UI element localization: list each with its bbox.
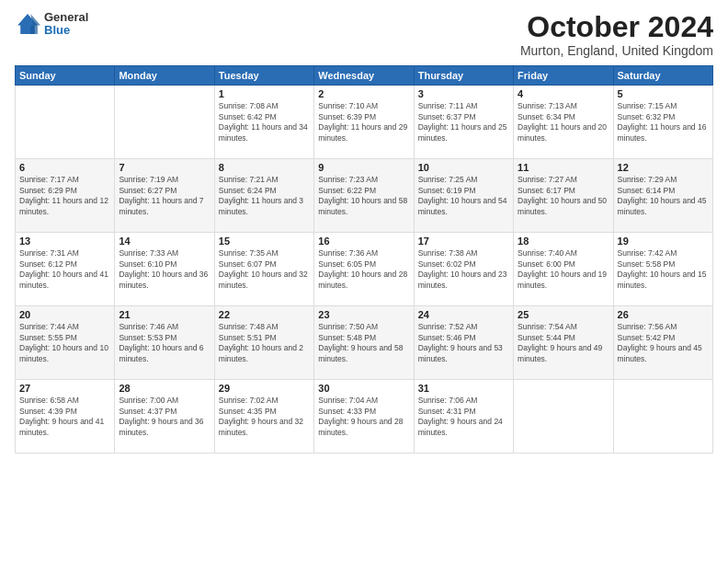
header-wednesday: Wednesday	[314, 66, 414, 86]
day-detail: Sunrise: 7:50 AMSunset: 5:48 PMDaylight:…	[318, 322, 403, 362]
day-number: 5	[618, 88, 709, 99]
day-number: 8	[219, 162, 310, 173]
calendar-cell	[115, 86, 214, 159]
day-header-row: Sunday Monday Tuesday Wednesday Thursday…	[16, 66, 713, 86]
calendar-week-row: 27 Sunrise: 6:58 AMSunset: 4:39 PMDaylig…	[16, 380, 713, 454]
calendar-cell: 19 Sunrise: 7:42 AMSunset: 5:58 PMDaylig…	[613, 233, 712, 306]
day-detail: Sunrise: 7:13 AMSunset: 6:34 PMDaylight:…	[518, 101, 607, 142]
day-detail: Sunrise: 7:21 AMSunset: 6:24 PMDaylight:…	[219, 175, 303, 215]
day-number: 24	[418, 309, 509, 320]
calendar-cell: 5 Sunrise: 7:15 AMSunset: 6:32 PMDayligh…	[613, 86, 712, 159]
day-detail: Sunrise: 7:42 AMSunset: 5:58 PMDaylight:…	[618, 248, 707, 289]
calendar-cell: 26 Sunrise: 7:56 AMSunset: 5:42 PMDaylig…	[613, 306, 712, 380]
calendar-cell: 3 Sunrise: 7:11 AMSunset: 6:37 PMDayligh…	[414, 86, 513, 159]
header-thursday: Thursday	[414, 66, 513, 86]
day-number: 6	[19, 162, 110, 173]
location: Murton, England, United Kingdom	[520, 43, 713, 58]
day-number: 12	[618, 162, 709, 173]
day-number: 3	[418, 88, 509, 99]
day-detail: Sunrise: 7:11 AMSunset: 6:37 PMDaylight:…	[418, 101, 507, 142]
day-detail: Sunrise: 7:31 AMSunset: 6:12 PMDaylight:…	[19, 248, 108, 289]
calendar-cell: 23 Sunrise: 7:50 AMSunset: 5:48 PMDaylig…	[314, 306, 414, 380]
calendar-body: 1 Sunrise: 7:08 AMSunset: 6:42 PMDayligh…	[16, 86, 713, 454]
logo-general-label: General	[44, 11, 88, 24]
day-detail: Sunrise: 7:15 AMSunset: 6:32 PMDaylight:…	[618, 101, 707, 142]
header-saturday: Saturday	[613, 66, 712, 86]
calendar-cell: 28 Sunrise: 7:00 AMSunset: 4:37 PMDaylig…	[115, 380, 214, 454]
calendar-cell: 11 Sunrise: 7:27 AMSunset: 6:17 PMDaylig…	[514, 159, 613, 233]
calendar-cell: 30 Sunrise: 7:04 AMSunset: 4:33 PMDaylig…	[314, 380, 414, 454]
month-title: October 2024	[520, 11, 713, 43]
logo-blue-label: Blue	[44, 24, 88, 37]
day-detail: Sunrise: 6:58 AMSunset: 4:39 PMDaylight:…	[19, 396, 104, 436]
header-friday: Friday	[514, 66, 613, 86]
day-detail: Sunrise: 7:29 AMSunset: 6:14 PMDaylight:…	[618, 175, 707, 215]
calendar-cell: 14 Sunrise: 7:33 AMSunset: 6:10 PMDaylig…	[115, 233, 214, 306]
day-number: 7	[119, 162, 210, 173]
calendar-cell: 15 Sunrise: 7:35 AMSunset: 6:07 PMDaylig…	[214, 233, 313, 306]
calendar-cell: 10 Sunrise: 7:25 AMSunset: 6:19 PMDaylig…	[414, 159, 513, 233]
day-detail: Sunrise: 7:48 AMSunset: 5:51 PMDaylight:…	[219, 322, 303, 362]
day-number: 16	[318, 236, 409, 247]
calendar-cell: 31 Sunrise: 7:06 AMSunset: 4:31 PMDaylig…	[414, 380, 513, 454]
calendar-cell: 27 Sunrise: 6:58 AMSunset: 4:39 PMDaylig…	[16, 380, 115, 454]
day-number: 27	[19, 383, 110, 394]
day-number: 20	[19, 309, 110, 320]
calendar-cell: 17 Sunrise: 7:38 AMSunset: 6:02 PMDaylig…	[414, 233, 513, 306]
calendar-cell	[613, 380, 712, 454]
day-detail: Sunrise: 7:54 AMSunset: 5:44 PMDaylight:…	[518, 322, 602, 362]
day-detail: Sunrise: 7:02 AMSunset: 4:35 PMDaylight:…	[219, 396, 303, 436]
calendar-cell: 12 Sunrise: 7:29 AMSunset: 6:14 PMDaylig…	[613, 159, 712, 233]
day-detail: Sunrise: 7:46 AMSunset: 5:53 PMDaylight:…	[119, 322, 203, 362]
calendar-cell: 16 Sunrise: 7:36 AMSunset: 6:05 PMDaylig…	[314, 233, 414, 306]
day-number: 9	[318, 162, 409, 173]
page: General Blue October 2024 Murton, Englan…	[0, 0, 728, 563]
day-number: 11	[518, 162, 609, 173]
day-detail: Sunrise: 7:56 AMSunset: 5:42 PMDaylight:…	[618, 322, 702, 362]
day-detail: Sunrise: 7:33 AMSunset: 6:10 PMDaylight:…	[119, 248, 208, 289]
calendar-table: Sunday Monday Tuesday Wednesday Thursday…	[15, 65, 713, 454]
day-number: 28	[119, 383, 210, 394]
calendar-cell: 18 Sunrise: 7:40 AMSunset: 6:00 PMDaylig…	[514, 233, 613, 306]
calendar-week-row: 13 Sunrise: 7:31 AMSunset: 6:12 PMDaylig…	[16, 233, 713, 306]
calendar-cell: 29 Sunrise: 7:02 AMSunset: 4:35 PMDaylig…	[214, 380, 313, 454]
header-tuesday: Tuesday	[214, 66, 313, 86]
title-area: October 2024 Murton, England, United Kin…	[520, 11, 713, 58]
day-detail: Sunrise: 7:36 AMSunset: 6:05 PMDaylight:…	[318, 248, 407, 289]
calendar-cell: 24 Sunrise: 7:52 AMSunset: 5:46 PMDaylig…	[414, 306, 513, 380]
day-number: 21	[119, 309, 210, 320]
day-detail: Sunrise: 7:04 AMSunset: 4:33 PMDaylight:…	[318, 396, 403, 436]
day-number: 26	[618, 309, 709, 320]
calendar-cell: 2 Sunrise: 7:10 AMSunset: 6:39 PMDayligh…	[314, 86, 414, 159]
day-number: 30	[318, 383, 409, 394]
day-detail: Sunrise: 7:00 AMSunset: 4:37 PMDaylight:…	[119, 396, 203, 436]
day-detail: Sunrise: 7:06 AMSunset: 4:31 PMDaylight:…	[418, 396, 503, 436]
day-number: 15	[219, 236, 310, 247]
header: General Blue October 2024 Murton, Englan…	[15, 11, 713, 58]
logo-icon	[15, 11, 40, 37]
day-number: 25	[518, 309, 609, 320]
day-number: 4	[518, 88, 609, 99]
day-number: 23	[318, 309, 409, 320]
calendar-header: Sunday Monday Tuesday Wednesday Thursday…	[16, 66, 713, 86]
header-monday: Monday	[115, 66, 214, 86]
header-sunday: Sunday	[16, 66, 115, 86]
calendar-cell: 9 Sunrise: 7:23 AMSunset: 6:22 PMDayligh…	[314, 159, 414, 233]
day-number: 22	[219, 309, 310, 320]
day-detail: Sunrise: 7:10 AMSunset: 6:39 PMDaylight:…	[318, 101, 407, 142]
calendar-cell: 4 Sunrise: 7:13 AMSunset: 6:34 PMDayligh…	[514, 86, 613, 159]
calendar-cell	[514, 380, 613, 454]
day-number: 14	[119, 236, 210, 247]
calendar-cell	[16, 86, 115, 159]
day-detail: Sunrise: 7:25 AMSunset: 6:19 PMDaylight:…	[418, 175, 507, 215]
day-detail: Sunrise: 7:35 AMSunset: 6:07 PMDaylight:…	[219, 248, 308, 289]
day-number: 17	[418, 236, 509, 247]
calendar-week-row: 6 Sunrise: 7:17 AMSunset: 6:29 PMDayligh…	[16, 159, 713, 233]
calendar-cell: 1 Sunrise: 7:08 AMSunset: 6:42 PMDayligh…	[214, 86, 313, 159]
calendar-cell: 21 Sunrise: 7:46 AMSunset: 5:53 PMDaylig…	[115, 306, 214, 380]
calendar-cell: 13 Sunrise: 7:31 AMSunset: 6:12 PMDaylig…	[16, 233, 115, 306]
day-detail: Sunrise: 7:40 AMSunset: 6:00 PMDaylight:…	[518, 248, 607, 289]
calendar-cell: 8 Sunrise: 7:21 AMSunset: 6:24 PMDayligh…	[214, 159, 313, 233]
calendar-week-row: 1 Sunrise: 7:08 AMSunset: 6:42 PMDayligh…	[16, 86, 713, 159]
day-number: 18	[518, 236, 609, 247]
